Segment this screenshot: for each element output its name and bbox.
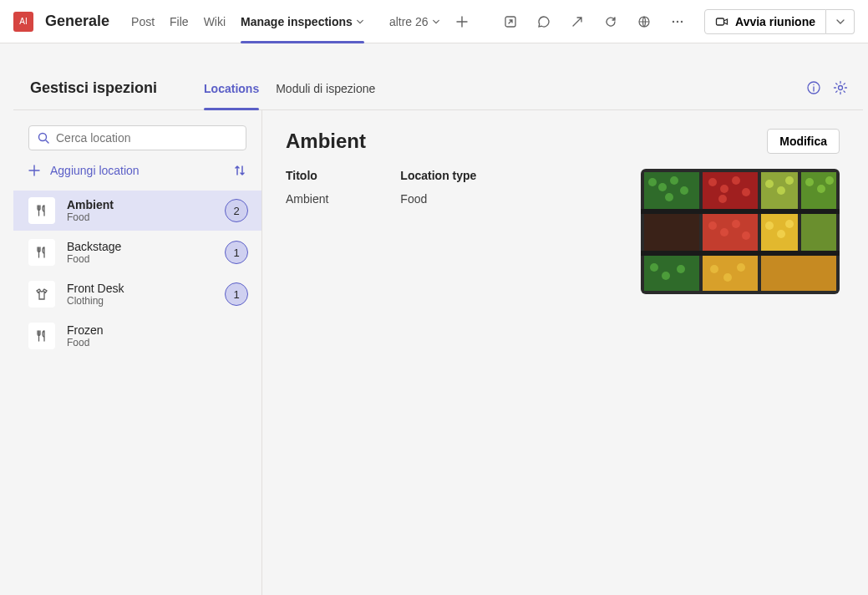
gear-icon <box>833 80 848 95</box>
add-location-button[interactable]: Aggiungi location <box>28 164 140 177</box>
website-button[interactable] <box>631 8 657 35</box>
tab-file[interactable]: File <box>163 0 195 43</box>
detail-type-label: Location type <box>400 169 476 182</box>
svg-point-48 <box>677 265 685 273</box>
svg-point-26 <box>680 186 688 195</box>
svg-rect-20 <box>761 256 836 291</box>
detail-col-title: Titolo Ambient <box>286 169 328 294</box>
svg-point-30 <box>732 176 740 185</box>
svg-point-41 <box>732 220 740 228</box>
detail-columns: Titolo Ambient Location type Food <box>286 169 621 294</box>
location-list: AmbientFood2BackstageFood1Front DeskClot… <box>13 187 261 359</box>
detail-title-value: Ambient <box>286 192 328 206</box>
chat-button[interactable] <box>530 8 557 35</box>
location-item[interactable]: BackstageFood1 <box>13 232 261 272</box>
svg-point-24 <box>658 183 667 191</box>
app-tab-forms[interactable]: Moduli di ispezione <box>269 67 382 110</box>
svg-rect-18 <box>644 256 699 291</box>
popout-button[interactable] <box>564 8 591 35</box>
location-name: Frozen <box>67 323 248 337</box>
tab-manage-inspections[interactable]: Manage inspections <box>234 0 371 43</box>
location-item[interactable]: FrozenFood <box>13 316 261 356</box>
location-text: FrozenFood <box>67 323 248 348</box>
svg-point-25 <box>670 176 678 185</box>
svg-point-49 <box>710 265 718 273</box>
start-meeting-label: Avvia riunione <box>735 15 815 28</box>
location-subtitle: Food <box>67 211 213 223</box>
svg-rect-21 <box>641 209 840 214</box>
header-icon-group: Avvia riunione <box>497 8 855 35</box>
location-name: Ambient <box>67 198 213 211</box>
svg-rect-15 <box>703 214 758 251</box>
tab-more-label: altre 26 <box>389 15 429 28</box>
info-icon <box>806 80 821 95</box>
add-location-label: Aggiungi location <box>50 164 140 177</box>
more-button[interactable] <box>664 8 691 35</box>
search-wrap <box>13 125 261 150</box>
location-subtitle: Clothing <box>67 295 213 307</box>
app-title: Gestisci ispezioni <box>30 79 157 97</box>
produce-image-icon <box>641 169 840 294</box>
location-name: Front Desk <box>67 282 213 295</box>
box-arrow-icon <box>504 15 517 28</box>
detail-panel: Ambient Modifica Titolo Ambient Location… <box>262 110 863 595</box>
utensils-icon <box>28 239 55 266</box>
location-item[interactable]: Front DeskClothing1 <box>13 274 261 314</box>
tab-more[interactable]: altre 26 <box>383 0 447 43</box>
refresh-button[interactable] <box>597 8 624 35</box>
search-box[interactable] <box>28 125 246 150</box>
open-app-button[interactable] <box>497 8 524 35</box>
detail-title: Ambient <box>286 130 366 153</box>
detail-type-value: Food <box>400 192 476 206</box>
search-icon <box>38 132 49 144</box>
add-row: Aggiungi location <box>13 150 261 187</box>
svg-point-23 <box>648 178 657 186</box>
chevron-down-icon <box>356 18 364 26</box>
add-tab-button[interactable] <box>449 8 475 35</box>
start-meeting-button[interactable]: Avvia riunione <box>704 9 826 34</box>
tab-post[interactable]: Post <box>124 0 161 43</box>
svg-point-34 <box>777 186 785 195</box>
svg-point-2 <box>673 20 674 22</box>
video-icon <box>715 15 728 28</box>
detail-header: Ambient Modifica <box>286 129 840 154</box>
svg-rect-5 <box>717 18 724 25</box>
refresh-icon <box>604 15 617 28</box>
edit-button[interactable]: Modifica <box>767 129 840 154</box>
svg-rect-17 <box>801 214 836 251</box>
shirt-icon <box>28 281 55 308</box>
svg-point-8 <box>39 134 47 141</box>
svg-point-42 <box>742 231 750 240</box>
svg-point-27 <box>665 193 673 201</box>
globe-icon <box>637 15 651 28</box>
location-item[interactable]: AmbientFood2 <box>13 191 261 231</box>
plus-icon <box>456 16 468 28</box>
svg-point-47 <box>662 272 670 280</box>
detail-body: Titolo Ambient Location type Food <box>286 169 840 294</box>
sort-button[interactable] <box>233 164 246 177</box>
meet-button-group: Avvia riunione <box>704 9 855 34</box>
tab-manage-label: Manage inspections <box>241 15 353 28</box>
detail-col-type: Location type Food <box>400 169 476 294</box>
location-text: BackstageFood <box>67 240 213 265</box>
search-input[interactable] <box>56 131 237 145</box>
channel-title: Generale <box>45 13 109 30</box>
tab-wiki[interactable]: Wiki <box>197 0 232 43</box>
info-button[interactable] <box>806 80 823 97</box>
svg-point-4 <box>681 20 683 22</box>
channel-avatar: AI <box>13 12 33 32</box>
location-badge: 2 <box>225 199 248 222</box>
app-tabs: Locations Moduli di ispezione <box>197 67 382 110</box>
app-body: Gestisci ispezioni Locations Moduli di i… <box>13 57 863 595</box>
app-tab-locations[interactable]: Locations <box>197 67 266 110</box>
settings-button[interactable] <box>833 80 850 97</box>
svg-rect-14 <box>644 214 699 251</box>
svg-point-40 <box>720 228 728 236</box>
more-icon <box>671 15 684 28</box>
location-subtitle: Food <box>67 253 213 265</box>
utensils-icon <box>28 323 55 349</box>
svg-point-43 <box>765 221 774 230</box>
svg-point-32 <box>718 195 727 203</box>
tab-row: Post File Wiki Manage inspections altre … <box>124 0 497 43</box>
meeting-options-button[interactable] <box>826 9 855 34</box>
